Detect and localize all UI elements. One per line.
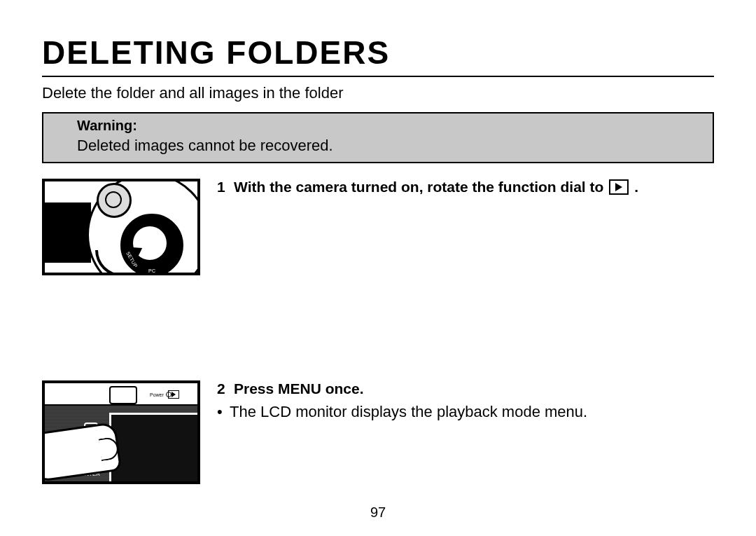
step-2-number: 2 [217,380,230,397]
warning-box: Warning: Deleted images cannot be recove… [42,112,714,163]
viewfinder-icon [109,386,137,404]
playback-icon [609,179,629,195]
playback-mark-icon [168,390,179,399]
step-1-illustration: SETUP PC [42,179,200,275]
step-1: SETUP PC 1 With the camera turned on, ro… [42,179,714,275]
step-1-text: 1 With the camera turned on, rotate the … [217,179,714,201]
step-2-illustration: Power MENU ENTER [42,380,200,484]
step-1-instruction: 1 With the camera turned on, rotate the … [217,179,714,195]
step-2-text-main: Press MENU once. [234,380,364,397]
step-2-text: 2 Press MENU once. The LCD monitor displ… [217,380,714,424]
step-1-number: 1 [217,179,230,195]
step-2-bullet-1: The LCD monitor displays the playback mo… [217,403,714,421]
shutter-button-icon [97,183,132,218]
lcd-screen [109,413,200,484]
manual-page: Deleting Folders Delete the folder and a… [0,0,756,536]
dial-label-pc: PC [148,268,155,273]
page-title: Deleting Folders [42,34,714,71]
power-label: Power [150,392,164,397]
step-2-instruction: 2 Press MENU once. [217,380,714,397]
camera-top-lcd [42,202,91,263]
warning-body: Deleted images cannot be recovered. [43,135,713,162]
title-rule [42,76,714,77]
step-1-text-after: . [634,179,638,195]
page-number: 97 [0,504,756,521]
step-2-bullets: The LCD monitor displays the playback mo… [217,403,714,421]
step-1-text-before: With the camera turned on, rotate the fu… [234,179,603,195]
page-subtitle: Delete the folder and all images in the … [42,84,714,102]
step-2: Power MENU ENTER 2 Press MENU once. The … [42,380,714,484]
warning-heading: Warning: [43,114,713,135]
